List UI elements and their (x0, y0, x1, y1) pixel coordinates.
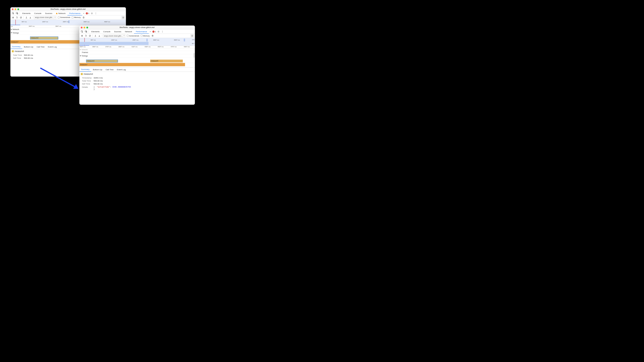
separator (89, 30, 89, 33)
titlebar[interactable]: DevTools - angry-clover-close.glitch.me/ (10, 7, 126, 11)
svg-point-15 (162, 31, 162, 31)
inspect-icon[interactable] (80, 30, 84, 34)
overview-tick: 3997 ms (153, 39, 159, 41)
upload-icon[interactable] (24, 16, 28, 20)
tab-network[interactable]: Network (54, 11, 67, 16)
minimize-icon[interactable] (84, 26, 85, 28)
overview-tick: 3997 ms (84, 21, 90, 23)
dtab-summary[interactable]: Summary (10, 45, 22, 49)
tab-performance[interactable]: Performance (134, 30, 149, 34)
lane-timings[interactable]: Timings (80, 54, 195, 58)
dtab-bottomup[interactable]: Bottom-Up (22, 45, 35, 49)
tab-console[interactable]: Console (32, 11, 43, 16)
summary-table: Total Time500.00 ms Self Time500.00 ms (12, 53, 34, 60)
tabs-overflow-icon[interactable]: » (82, 12, 85, 14)
close-icon[interactable] (12, 8, 14, 10)
overview-timeline[interactable]: 997 ms 1997 ms 2997 ms 3997 ms 4997 ms C… (80, 38, 195, 46)
svg-point-21 (192, 36, 192, 36)
device-icon[interactable] (15, 12, 19, 15)
tab-network[interactable]: Network (123, 30, 134, 34)
profile-dropdown[interactable]: angry-clover-close.glitc… (103, 34, 125, 37)
error-badge[interactable]: ✕ 1 (152, 30, 156, 33)
download-icon[interactable] (28, 16, 32, 20)
dtab-calltree[interactable]: Call Tree (104, 68, 115, 72)
record-icon[interactable] (11, 16, 15, 20)
garbage-collect-icon[interactable] (82, 16, 86, 20)
devtools-tabbar: Elements Console Sources Network Perform… (80, 30, 195, 34)
devtools-tabbar: Elements Console Sources Network Perform… (10, 11, 126, 16)
traffic-lights (12, 8, 19, 10)
reload-icon[interactable] (15, 16, 19, 20)
tab-console[interactable]: Console (102, 30, 112, 34)
device-icon[interactable] (84, 30, 88, 34)
lane-frames[interactable]: Frames (80, 51, 195, 54)
capture-settings-icon[interactable] (122, 16, 125, 20)
more-icon[interactable] (94, 12, 98, 15)
error-count: 1 (155, 30, 156, 33)
svg-point-10 (123, 17, 124, 18)
overview-tick: 1997 ms (42, 21, 48, 23)
profile-dropdown[interactable]: angry-clover-close.glitc… (34, 16, 56, 19)
scrollbar-thumb[interactable] (194, 53, 194, 58)
record-icon[interactable] (80, 34, 84, 38)
flame-ruler[interactable]: 3397 ms 3597 ms 3797 ms 3997 ms 4197 ms … (80, 46, 195, 48)
download-icon[interactable] (98, 34, 101, 38)
block-measure5[interactable]: measure5 (150, 60, 183, 62)
devtools-window-after: DevTools - angry-clover-close.glitch.me/… (80, 26, 195, 104)
summary-table: Timestamp3349.3 ms Total Time500.00 ms S… (81, 76, 132, 90)
maximize-icon[interactable] (86, 26, 88, 28)
collapse-icon[interactable] (11, 32, 12, 33)
clear-icon[interactable] (88, 34, 92, 38)
expand-icon[interactable] (11, 29, 12, 30)
error-badge[interactable]: ✕ 1 (86, 12, 89, 14)
dtab-eventlog[interactable]: Event Log (46, 45, 58, 49)
screenshots-checkbox[interactable]: Screenshots (58, 16, 70, 18)
svg-point-4 (96, 12, 96, 13)
tab-elements[interactable]: Elements (90, 30, 101, 34)
capture-settings-icon[interactable] (190, 34, 194, 38)
expand-icon[interactable] (80, 49, 81, 50)
memory-checkbox[interactable]: Memory (72, 16, 81, 18)
tab-sources[interactable]: Sources (112, 30, 123, 34)
overview-tick: 2997 ms (63, 21, 69, 23)
minimize-icon[interactable] (14, 8, 16, 10)
timings-row-1[interactable]: measure4 measure5 (80, 58, 195, 63)
lane-network-collapsed[interactable]: Network (80, 48, 195, 51)
overview-tick: 4997 ms (104, 21, 110, 23)
block-measure7[interactable]: measure7 (80, 63, 185, 66)
gear-icon[interactable] (157, 30, 160, 34)
more-icon[interactable] (161, 30, 164, 34)
inspect-icon[interactable] (11, 12, 15, 15)
error-icon: ✕ (86, 12, 88, 14)
svg-point-6 (96, 14, 96, 14)
summary-panel: measure4 Timestamp3349.3 ms Total Time50… (80, 72, 195, 92)
tab-elements[interactable]: Elements (21, 11, 32, 16)
overview-tick: 4997 ms (174, 39, 180, 41)
svg-point-3 (92, 13, 92, 14)
error-count: 1 (88, 12, 89, 14)
upload-icon[interactable] (94, 34, 97, 38)
screenshots-checkbox[interactable]: Screenshots (127, 35, 139, 37)
clear-icon[interactable] (19, 16, 23, 20)
titlebar[interactable]: DevTools - angry-clover-close.glitch.me/ (80, 26, 195, 30)
garbage-collect-icon[interactable] (151, 34, 154, 38)
tabs-overflow-icon[interactable]: » (149, 30, 152, 33)
dtab-eventlog[interactable]: Event Log (115, 68, 128, 72)
error-icon: ✕ (152, 30, 154, 32)
gear-icon[interactable] (90, 12, 94, 15)
separator (92, 34, 93, 37)
overview-timeline[interactable]: 997 ms 1997 ms 2997 ms 3997 ms 4997 ms (10, 20, 126, 25)
dtab-bottomup[interactable]: Bottom-Up (91, 68, 104, 72)
memory-checkbox[interactable]: Memory (141, 35, 150, 37)
maximize-icon[interactable] (18, 8, 19, 10)
svg-point-5 (96, 13, 96, 13)
tab-sources[interactable]: Sources (44, 11, 54, 16)
reload-icon[interactable] (84, 34, 88, 38)
tab-performance[interactable]: Performance (68, 11, 82, 16)
block-measure4[interactable]: measure4 (30, 36, 58, 39)
close-icon[interactable] (81, 26, 82, 28)
performance-toolbar: angry-clover-close.glitc… Screenshots Me… (10, 16, 126, 20)
dtab-calltree[interactable]: Call Tree (35, 45, 46, 49)
collapse-icon[interactable] (80, 55, 81, 56)
block-measure4[interactable]: measure4 (86, 60, 118, 62)
